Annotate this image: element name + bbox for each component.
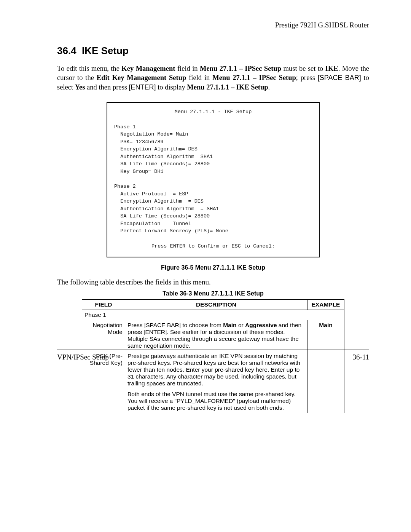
section-heading: 36.4 IKE Setup: [57, 45, 369, 57]
menu-line: Encapsulation = Tunnel: [120, 221, 191, 227]
intro-text: ; press: [296, 74, 318, 81]
menu-title: Menu 27.1.1.1 - IKE Setup: [114, 108, 312, 116]
menu-phase1: Phase 1: [114, 124, 136, 130]
menu-line: Encryption Algorithm = DES: [120, 198, 204, 204]
description-cell: Press [SPACE BAR] to choose from Main or…: [125, 320, 307, 351]
menu-line: SA Life Time (Seconds)= 28800: [120, 213, 210, 219]
intro-text: and then press: [85, 83, 129, 91]
figure-caption: Figure 36-5 Menu 27.1.1.1 IKE Setup: [57, 264, 369, 271]
intro-text: .: [268, 83, 270, 91]
intro-bold: Menu 27.1.1 – IPSec Setup: [200, 65, 281, 72]
desc-key: [ENTER]: [143, 329, 167, 335]
menu-line: Negotiation Mode= Main: [120, 131, 188, 137]
table-phase-row: Phase 1: [82, 310, 344, 320]
document-page: Prestige 792H G.SHDSL Router 36.4 IKE Se…: [0, 0, 411, 532]
th-example: EXAMPLE: [307, 300, 344, 310]
terminal-menu: Menu 27.1.1.1 - IKE Setup Phase 1 Negoti…: [107, 102, 320, 257]
desc-key: [SPACE BAR]: [144, 322, 181, 328]
intro-text: must be set to: [281, 65, 325, 72]
field-line: Mode: [108, 329, 123, 335]
table-row: Negotiation Mode Press [SPACE BAR] to ch…: [82, 320, 344, 351]
page-footer: VPN/IPSec Setup 36-11: [57, 350, 369, 361]
intro-paragraph: To edit this menu, the Key Management fi…: [57, 64, 369, 93]
menu-phase2: Phase 2: [114, 184, 136, 189]
desc-bold: Aggressive: [245, 322, 277, 328]
intro-key: [SPACE BAR]: [318, 74, 361, 81]
desc-para: Both ends of the VPN tunnel must use the…: [127, 391, 305, 411]
desc-text: to choose from: [181, 322, 223, 328]
example-cell: Main: [307, 320, 344, 351]
section-number: 36.4: [57, 45, 76, 56]
desc-bold: Main: [223, 322, 236, 328]
intro-key: [ENTER]: [129, 83, 156, 91]
menu-line: SA Life Time (Seconds)= 28800: [120, 161, 210, 167]
intro-text: field in: [186, 74, 212, 81]
table-caption: Table 36-3 Menu 27.1.1.1 IKE Setup: [57, 290, 369, 297]
field-cell: Negotiation Mode: [82, 320, 125, 351]
menu-line: PSK= 123456789: [120, 139, 163, 145]
th-field: FIELD: [82, 300, 125, 310]
menu-line: Authentication Algorithm = SHA1: [120, 206, 219, 212]
intro-text: To edit this menu, the: [57, 65, 121, 72]
menu-line: Authentication Algorithm= SHA1: [120, 154, 213, 160]
footer-right: 36-11: [352, 353, 369, 361]
intro-bold: Key Management: [121, 65, 175, 72]
desc-text: or: [237, 322, 245, 328]
th-description: DESCRIPTION: [125, 300, 307, 310]
intro-text: to display: [156, 83, 187, 91]
intro-bold: Menu 27.1.1 – IPSec Setup: [212, 74, 296, 81]
desc-text: Press: [127, 322, 144, 328]
menu-line: Active Protocol = ESP: [120, 191, 188, 197]
header-rule: [57, 34, 369, 34]
phase-cell: Phase 1: [82, 310, 344, 320]
menu-line: Perfect Forward Secrecy (PFS)= None: [120, 228, 228, 234]
intro-bold: Yes: [75, 83, 85, 91]
menu-prompt: Press ENTER to Confirm or ESC to Cancel:: [114, 243, 312, 250]
table-header-row: FIELD DESCRIPTION EXAMPLE: [82, 300, 344, 310]
footer-rule: [57, 350, 369, 350]
section-title: IKE Setup: [82, 45, 129, 56]
footer-left: VPN/IPSec Setup: [57, 353, 109, 361]
intro-bold: Edit Key Management Setup: [97, 74, 186, 81]
field-line: Negotiation: [93, 322, 123, 328]
header-product: Prestige 792H G.SHDSL Router: [57, 21, 369, 29]
intro-bold: Menu 27.1.1.1 – IKE Setup: [187, 83, 268, 91]
menu-line: Encryption Algorithm= DES: [120, 146, 198, 152]
intro-text: field in: [175, 65, 200, 72]
mid-text: The following table describes the fields…: [57, 278, 369, 286]
intro-bold: IKE: [325, 65, 338, 72]
menu-line: Key Group= DH1: [120, 169, 163, 174]
